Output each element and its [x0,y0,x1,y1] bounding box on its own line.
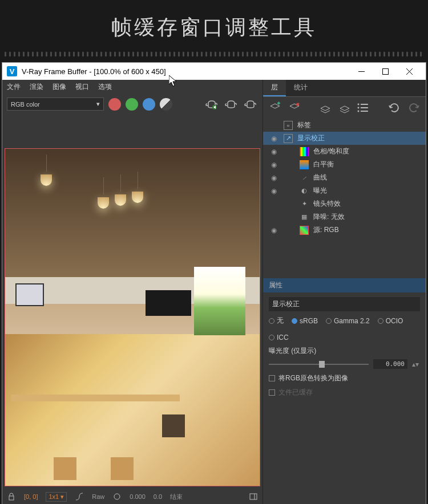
status-end: 结束 [170,493,183,501]
add-layer-button[interactable] [269,101,281,114]
render-last-button[interactable] [243,99,258,110]
menu-image[interactable]: 图像 [53,82,66,92]
undo-button[interactable] [388,101,401,114]
colorspace-radio-group: 无 sRGB Gamma 2.2 OCIO ICC [269,316,420,342]
vray-logo-icon: V [7,66,17,76]
visibility-icon[interactable]: ◉ [269,226,279,234]
channel-dropdown[interactable]: RGB color▾ [7,97,104,111]
svg-point-12 [358,104,360,105]
layer-hue-saturation[interactable]: ◉色相/饱和度 [263,145,426,158]
visibility-icon[interactable]: ◉ [269,148,279,156]
layer-white-balance[interactable]: ◉白平衡 [263,158,426,171]
curve-icon[interactable] [75,492,84,501]
viewport[interactable] [2,114,263,489]
layer-list-button[interactable] [357,101,370,114]
close-button[interactable] [397,63,421,79]
whitebalance-icon [300,160,309,169]
mono-channel-button[interactable] [160,98,172,111]
exposure-slider[interactable] [269,364,369,365]
save-layer-button[interactable] [319,101,332,114]
channel-toolbar: RGB color▾ [2,94,263,114]
radio-none[interactable]: 无 [269,316,284,326]
visibility-icon[interactable]: ◉ [269,135,279,143]
tab-stats[interactable]: 统计 [286,80,316,96]
source-icon [300,226,309,235]
window-title: V-Ray Frame Buffer - [100.0% of 600 x 45… [22,67,349,76]
layer-exposure[interactable]: ◉曝光 [263,184,426,197]
layer-source-rgb[interactable]: ◉源: RGB [263,223,426,237]
layer-tag[interactable]: ▫标签 [263,119,426,132]
svg-point-6 [114,494,120,499]
blue-channel-button[interactable] [143,98,155,111]
radio-gamma[interactable]: Gamma 2.2 [326,316,370,326]
svg-rect-5 [9,496,14,500]
menu-render[interactable]: 渲染 [30,82,43,92]
vfb-window: V V-Ray Frame Buffer - [100.0% of 600 x … [2,62,426,504]
exposure-value-input[interactable]: 0.000 [373,359,407,369]
hue-icon [300,147,309,156]
render-button[interactable] [204,99,219,110]
menu-file[interactable]: 文件 [7,82,21,92]
panel-toggle-icon[interactable] [249,492,258,501]
render-region-button[interactable] [224,99,239,110]
exposure-icon [300,186,309,196]
titlebar[interactable]: V V-Ray Frame Buffer - [100.0% of 600 x … [2,63,426,80]
render-output[interactable] [5,148,260,486]
spinner-icon[interactable]: ▴▾ [412,360,420,368]
redo-button[interactable] [407,101,420,114]
properties-header[interactable]: 属性 [263,278,426,292]
visibility-icon[interactable]: ◉ [269,187,279,195]
visibility-icon[interactable]: ◉ [269,174,279,182]
maximize-button[interactable] [373,63,397,79]
decorative-divider [5,52,423,56]
green-channel-button[interactable] [126,98,138,111]
svg-rect-1 [382,68,388,74]
visibility-icon[interactable]: ◉ [269,161,279,169]
delete-layer-button[interactable] [288,101,301,114]
red-channel-button[interactable] [108,98,121,111]
radio-ocio[interactable]: OCIO [378,316,403,326]
left-panel: 文件 渲染 图像 视口 选项 RGB color▾ [2,80,263,504]
check-file-cached[interactable]: 文件已缓存 [269,388,420,397]
layer-curves[interactable]: ◉曲线 [263,171,426,184]
layer-list: ▫标签 ◉↗显示校正 ◉色相/饱和度 ◉白平衡 ◉曲线 ◉曝光 镜头特效 降噪:… [263,119,426,237]
noise-icon [300,213,309,222]
panel-tabs: 层 统计 [263,80,426,97]
lens-icon [300,200,309,209]
property-name-field[interactable]: 显示校正 [269,297,420,311]
minimize-button[interactable] [349,63,373,79]
pick-icon[interactable] [112,492,122,501]
menu-options[interactable]: 选项 [98,82,112,92]
load-layer-button[interactable] [338,101,351,114]
radio-icc[interactable]: ICC [269,334,289,342]
status-coords: [0, 0] [24,493,38,500]
menu-viewport[interactable]: 视口 [75,82,89,92]
layer-denoiser[interactable]: 降噪: 无效 [263,210,426,223]
properties-panel: 属性 显示校正 无 sRGB Gamma 2.2 OCIO ICC 曝光度 (仅… [263,278,426,504]
layer-lens-effects[interactable]: 镜头特效 [263,197,426,210]
svg-point-13 [358,107,360,109]
rendered-image [5,149,260,486]
svg-rect-7 [250,494,257,499]
tab-layers[interactable]: 层 [263,80,286,96]
curve-icon [300,173,309,182]
right-panel: 层 统计 ▫标签 ◉↗显示校正 ◉色相/饱和度 ◉白平衡 ◉曲线 [263,80,426,504]
lock-icon[interactable] [7,492,16,501]
display-icon: ↗ [284,134,293,143]
exposure-label: 曝光度 (仅显示) [269,346,420,356]
layer-display-correction[interactable]: ◉↗显示校正 [263,132,426,145]
layer-toolbar [263,97,426,119]
radio-srgb[interactable]: sRGB [292,316,318,326]
page-heading: 帧缓存窗口调整工具 [0,0,428,52]
menubar: 文件 渲染 图像 视口 选项 [2,80,263,94]
status-mode: Raw [92,493,104,500]
tag-icon: ▫ [284,121,293,130]
chevron-down-icon: ▾ [96,100,100,108]
status-value-2: 0.0 [154,493,162,500]
status-zoom[interactable]: 1x1 ▾ [46,492,67,502]
check-convert-rgb[interactable]: 将RGB原色转换为图像 [269,373,420,383]
statusbar: [0, 0] 1x1 ▾ Raw 0.000 0.0 结束 [2,489,263,504]
status-value-1: 0.000 [130,493,146,500]
svg-point-14 [358,110,360,112]
